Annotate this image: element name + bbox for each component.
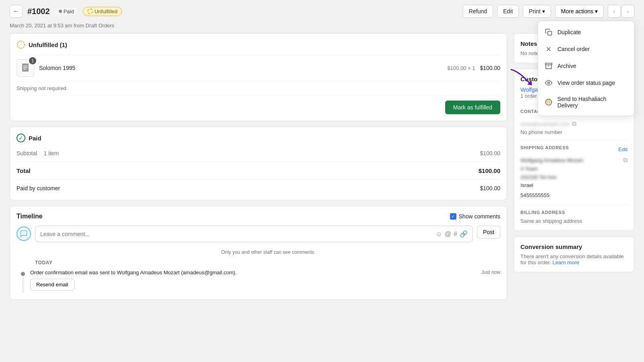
subtotal-amount: $100.00 bbox=[480, 150, 500, 156]
paid-by-amount: $100.00 bbox=[480, 185, 500, 191]
archive-label: Archive bbox=[557, 63, 576, 69]
contact-email-row: email@example.com ⧉ bbox=[520, 120, 627, 128]
more-actions-chevron-icon: ▾ bbox=[595, 8, 598, 14]
duplicate-label: Duplicate bbox=[557, 29, 581, 35]
dropdown-item-archive[interactable]: Archive bbox=[538, 58, 634, 74]
mention-icon[interactable]: @ bbox=[445, 230, 451, 238]
copy-address-icon[interactable]: ⧉ bbox=[623, 156, 627, 164]
shipping-name-blurred: Wolfgang Amadeus Mozart bbox=[520, 156, 583, 165]
shipping-address: Wolfgang Amadeus Mozart 4 Yoam 202100 Te… bbox=[520, 156, 583, 200]
next-order-button[interactable]: › bbox=[621, 5, 634, 18]
svg-point-8 bbox=[17, 41, 25, 48]
total-label: Total bbox=[17, 167, 31, 174]
emoji-icon[interactable]: ☺ bbox=[436, 230, 442, 238]
timeline-entry-content: Order confirmation email was sent to Wol… bbox=[30, 269, 500, 290]
svg-rect-3 bbox=[545, 63, 552, 65]
show-comments-toggle[interactable]: ✓ Show comments bbox=[450, 213, 500, 220]
timeline-date: TODAY bbox=[17, 260, 500, 265]
print-button[interactable]: Print ▾ bbox=[523, 5, 551, 18]
line-item: 1 Solomon 1995 $100.00 × 1 $100.00 bbox=[17, 55, 500, 81]
paid-by-label: Paid by customer bbox=[17, 185, 60, 191]
paid-badge-label: Paid bbox=[64, 8, 74, 14]
show-comments-label: Show comments bbox=[459, 213, 500, 220]
learn-more-link[interactable]: Learn more bbox=[553, 259, 579, 265]
comment-icons: ☺ @ # 🔗 bbox=[436, 230, 468, 238]
paid-badge: Paid bbox=[55, 7, 78, 16]
timeline-header: Timeline ✓ Show comments bbox=[17, 213, 500, 220]
conversion-title: Conversion summary bbox=[520, 243, 627, 250]
unfulfilled-card: Unfulfilled (1) 1 Solomon 1995 $100.00 ×… bbox=[10, 33, 507, 121]
shipping-phone: 5455555555 bbox=[520, 191, 583, 200]
navigation-arrows: ‹ › bbox=[608, 5, 634, 18]
order-meta-text: March 20, 2021 at 9:53 am from Draft Ord… bbox=[10, 23, 114, 29]
unfulfilled-status-icon bbox=[17, 40, 25, 49]
post-button[interactable]: Post bbox=[477, 226, 500, 239]
show-comments-checkbox[interactable]: ✓ bbox=[450, 213, 456, 220]
shipping-country: Israel bbox=[520, 181, 583, 190]
item-qty-badge: 1 bbox=[29, 57, 36, 64]
unfulfilled-badge: Unfulfilled bbox=[83, 7, 122, 16]
paid-by-row: Paid by customer $100.00 bbox=[17, 183, 500, 193]
paid-title: Paid bbox=[29, 135, 41, 142]
unfulfilled-icon bbox=[87, 8, 93, 14]
total-row: Total $100.00 bbox=[17, 165, 500, 176]
print-chevron-icon: ▾ bbox=[542, 8, 545, 14]
more-actions-label: More actions bbox=[561, 8, 593, 14]
copy-icon bbox=[545, 28, 553, 36]
contact-email-blurred: email@example.com bbox=[520, 121, 570, 127]
paid-status-icon: ✓ bbox=[17, 134, 25, 142]
comment-input-row: ☺ @ # 🔗 Post bbox=[17, 226, 500, 242]
item-name: Solomon 1995 bbox=[39, 65, 442, 71]
shipping-line1-blurred: 4 Yoam bbox=[520, 165, 583, 173]
item-price: $100.00 × 1 bbox=[447, 65, 475, 71]
delivery-globe-icon bbox=[545, 98, 553, 106]
comment-input[interactable] bbox=[40, 231, 432, 237]
shipping-note: Shipping not required. bbox=[17, 81, 500, 95]
unfulfilled-card-header: Unfulfilled (1) bbox=[17, 40, 500, 49]
more-actions-button[interactable]: More actions ▾ bbox=[555, 5, 604, 18]
top-bar: ← #1002 Paid Unfulfilled Refund Edit Pri… bbox=[0, 0, 644, 23]
view-status-label: View order status page bbox=[557, 80, 615, 86]
timeline-entries: TODAY Order confirmation email was sent … bbox=[17, 260, 500, 293]
left-column: Unfulfilled (1) 1 Solomon 1995 $100.00 ×… bbox=[10, 33, 507, 300]
billing-same-text: Same as shipping address bbox=[520, 218, 627, 224]
timeline-dot-col bbox=[18, 270, 26, 293]
shipping-line2-blurred: 202100 Tel Aviv bbox=[520, 173, 583, 182]
timeline-entry-time: Just now bbox=[481, 269, 500, 275]
billing-section-label: BILLING ADDRESS bbox=[520, 210, 627, 215]
item-thumbnail: 1 bbox=[17, 59, 34, 77]
mark-as-fulfilled-button[interactable]: Mark as fulfilled bbox=[445, 101, 500, 114]
paid-card-header: ✓ Paid bbox=[17, 134, 500, 142]
conversion-summary-card: Conversion summary There aren't any conv… bbox=[514, 237, 634, 272]
svg-rect-0 bbox=[548, 31, 552, 35]
subtotal-items: 1 item bbox=[37, 150, 480, 156]
timeline-title: Timeline bbox=[17, 213, 43, 220]
order-number: #1002 bbox=[27, 7, 50, 16]
refund-button[interactable]: Refund bbox=[463, 5, 493, 18]
dropdown-item-view-status[interactable]: View order status page bbox=[538, 74, 634, 91]
archive-icon bbox=[545, 62, 553, 70]
send-delivery-label: Send to Hashaliach Delivery bbox=[557, 96, 627, 109]
item-total: $100.00 bbox=[480, 65, 500, 71]
fulfill-btn-row: Mark as fulfilled bbox=[17, 95, 500, 114]
shipping-header-row: SHIPPING ADDRESS Edit bbox=[520, 145, 627, 153]
cancel-label: Cancel order bbox=[557, 46, 590, 52]
dropdown-item-send-delivery[interactable]: Send to Hashaliach Delivery bbox=[538, 91, 634, 113]
dropdown-item-cancel[interactable]: Cancel order bbox=[538, 41, 634, 58]
no-phone-text: No phone number bbox=[520, 129, 627, 135]
resend-email-button[interactable]: Resend email bbox=[30, 279, 74, 290]
user-avatar bbox=[17, 226, 31, 241]
copy-email-icon[interactable]: ⧉ bbox=[572, 120, 576, 128]
shipping-edit-link[interactable]: Edit bbox=[619, 146, 627, 152]
edit-button[interactable]: Edit bbox=[497, 5, 519, 18]
prev-order-button[interactable]: ‹ bbox=[608, 5, 621, 18]
hashtag-icon[interactable]: # bbox=[454, 230, 457, 238]
eye-icon bbox=[545, 79, 553, 87]
paid-card: ✓ Paid Subtotal 1 item $100.00 Total $10… bbox=[10, 127, 507, 200]
attachment-icon[interactable]: 🔗 bbox=[460, 230, 468, 238]
timeline-card: Timeline ✓ Show comments bbox=[10, 206, 507, 300]
comment-input-box: ☺ @ # 🔗 bbox=[35, 226, 473, 242]
back-button[interactable]: ← bbox=[10, 5, 23, 18]
dropdown-item-duplicate[interactable]: Duplicate bbox=[538, 24, 634, 41]
svg-point-5 bbox=[548, 82, 550, 84]
